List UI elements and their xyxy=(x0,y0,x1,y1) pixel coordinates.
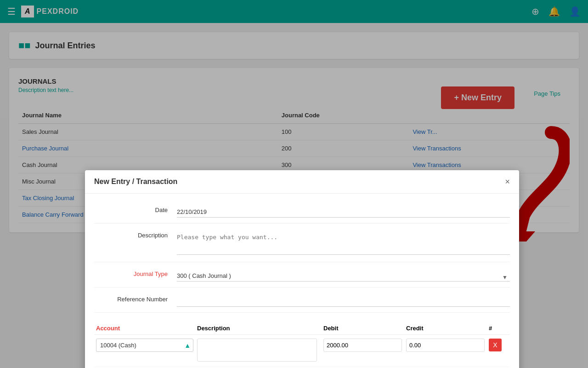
date-label: Date xyxy=(94,204,177,213)
description-row: Description xyxy=(94,224,510,242)
date-value xyxy=(177,204,510,218)
date-input[interactable] xyxy=(177,207,510,218)
modal-close-button[interactable]: × xyxy=(505,178,510,186)
modal-header: New Entry / Transaction × xyxy=(85,170,519,194)
description-value xyxy=(177,229,510,242)
modal-body: Date Description Journal Type 300 ( Cash… xyxy=(85,194,519,242)
date-row: Date xyxy=(94,198,510,224)
new-entry-modal: New Entry / Transaction × Date Descripti… xyxy=(85,170,519,242)
description-input[interactable] xyxy=(177,232,510,242)
description-label: Description xyxy=(94,229,177,239)
modal-title: New Entry / Transaction xyxy=(94,178,177,186)
